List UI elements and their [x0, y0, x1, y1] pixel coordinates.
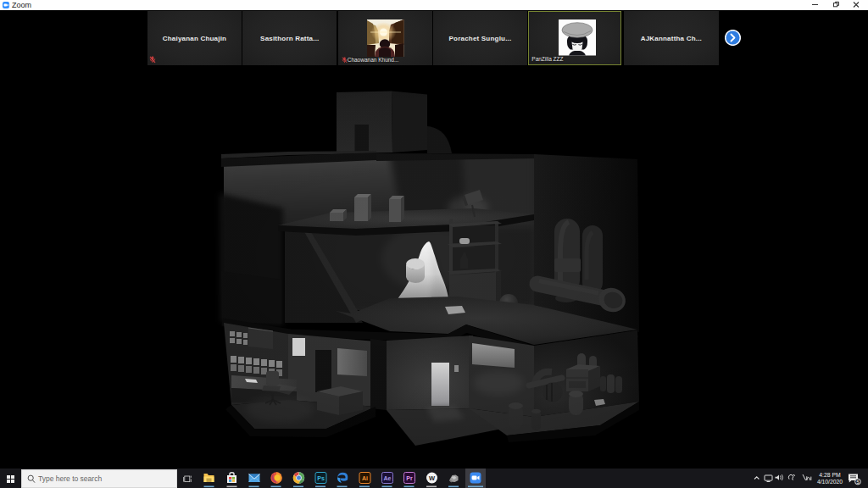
- svg-text:Ai: Ai: [362, 475, 368, 481]
- svg-text:Pr: Pr: [406, 475, 413, 481]
- svg-text:Ps: Ps: [317, 475, 325, 481]
- svg-text:5: 5: [856, 480, 859, 485]
- svg-text:W: W: [429, 474, 436, 482]
- svg-text:Ae: Ae: [384, 475, 392, 481]
